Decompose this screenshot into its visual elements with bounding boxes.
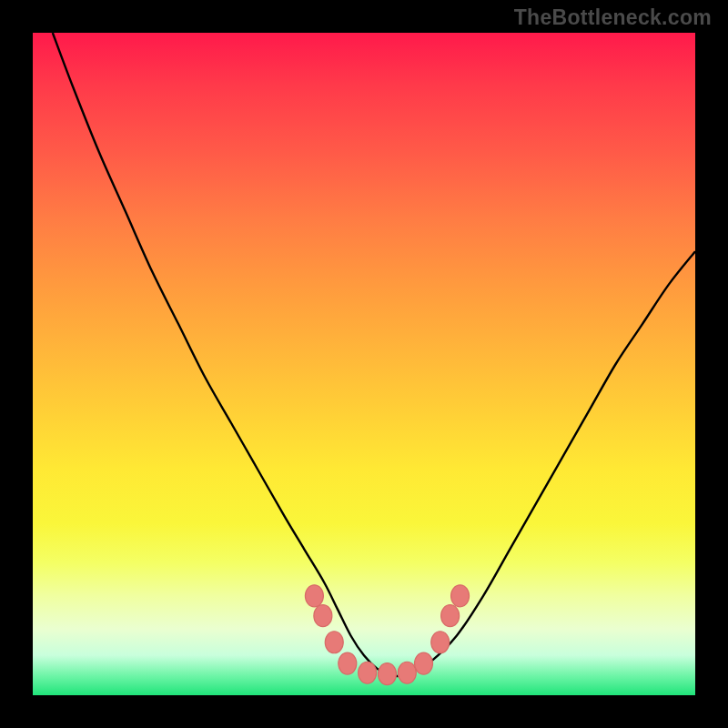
- bottleneck-curve: [33, 33, 695, 695]
- curve-marker: [451, 585, 470, 607]
- curve-marker: [305, 585, 323, 607]
- curve-markers: [305, 585, 469, 685]
- curve-marker: [314, 605, 332, 627]
- curve-marker: [378, 663, 396, 685]
- curve-marker: [415, 652, 433, 674]
- curve-path: [53, 33, 695, 676]
- brand-watermark: TheBottleneck.com: [514, 5, 712, 30]
- curve-marker: [359, 662, 377, 683]
- curve-marker: [441, 605, 460, 627]
- curve-marker: [339, 652, 357, 674]
- plot-area: [33, 33, 695, 695]
- curve-marker: [431, 632, 450, 653]
- curve-marker: [398, 662, 416, 683]
- chart-frame: TheBottleneck.com: [0, 0, 728, 728]
- curve-marker: [325, 632, 343, 653]
